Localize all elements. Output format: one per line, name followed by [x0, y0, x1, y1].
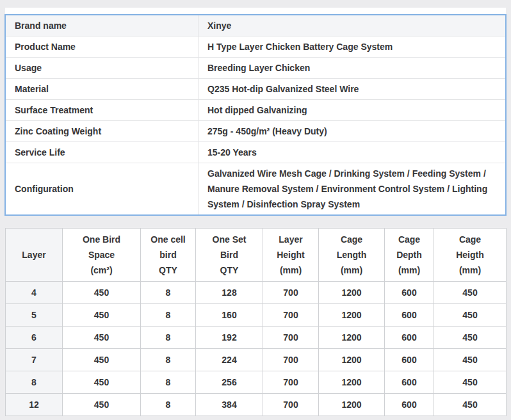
size-cell: 1200	[319, 327, 385, 349]
size-cell: 450	[63, 304, 141, 327]
size-cell: 700	[263, 304, 319, 327]
size-cell: 450	[63, 327, 141, 349]
size-header-cell: Layer Height (mm)	[263, 229, 319, 282]
size-cell: 8	[141, 327, 196, 349]
table-row: 12 450 8 384 700 1200 600 450	[6, 394, 507, 416]
product-spec-table: Brand name Xinye Product Name H Type Lay…	[4, 14, 507, 216]
size-cell: 600	[385, 282, 434, 304]
size-cell: 128	[196, 282, 263, 304]
size-header-row: Layer One Bird Space (cm²) One cell bird…	[6, 229, 507, 282]
size-header-cell: One Set Bird QTY	[196, 229, 263, 282]
size-cell: 1200	[319, 349, 385, 371]
size-cell: 8	[141, 304, 196, 327]
spec-label: Usage	[5, 58, 199, 79]
size-cell: 450	[434, 349, 507, 371]
size-header-cell: Layer	[6, 229, 63, 282]
spec-label: Service Life	[5, 142, 199, 163]
size-cell: 600	[385, 394, 434, 416]
spec-label: Product Name	[5, 36, 199, 58]
size-cell: 256	[196, 371, 263, 394]
size-header-cell: One Bird Space (cm²)	[63, 229, 141, 282]
size-cell: 5	[6, 304, 63, 327]
spec-value: 275g - 450g/m² (Heavy Duty)	[199, 121, 507, 142]
size-cell: 4	[6, 282, 63, 304]
size-cell: 450	[434, 371, 507, 394]
size-cell: 450	[63, 349, 141, 371]
spec-value: Hot dipped Galvanizing	[199, 100, 507, 121]
table-row: Material Q235 Hot-dip Galvanized Steel W…	[5, 79, 506, 100]
size-cell: 450	[63, 282, 141, 304]
size-cell: 1200	[319, 282, 385, 304]
size-header-cell: Cage Heigth (mm)	[434, 229, 507, 282]
size-cell: 700	[263, 394, 319, 416]
size-cell: 7	[6, 349, 63, 371]
spec-value: Galvanized Wire Mesh Cage / Drinking Sys…	[199, 163, 507, 216]
spec-value: 15-20 Years	[199, 142, 507, 163]
size-cell: 12	[6, 394, 63, 416]
spec-label: Material	[5, 79, 199, 100]
spec-value: Breeding Layer Chicken	[199, 58, 507, 79]
size-cell: 8	[141, 371, 196, 394]
spec-label: Zinc Coating Weight	[5, 121, 199, 142]
size-cell: 224	[196, 349, 263, 371]
size-cell: 8	[141, 282, 196, 304]
table-row: 4 450 8 128 700 1200 600 450	[6, 282, 507, 304]
size-header-cell: Cage Depth (mm)	[385, 229, 434, 282]
size-cell: 700	[263, 282, 319, 304]
size-cell: 450	[434, 394, 507, 416]
size-cell: 160	[196, 304, 263, 327]
size-header-cell: One cell bird QTY	[141, 229, 196, 282]
table-row: Brand name Xinye	[5, 15, 506, 36]
size-cell: 600	[385, 349, 434, 371]
size-cell: 450	[63, 371, 141, 394]
spec-value: H Type Layer Chicken Battery Cage System	[199, 36, 507, 58]
spec-label: Configuration	[5, 163, 199, 216]
table-row: 5 450 8 160 700 1200 600 450	[6, 304, 507, 327]
table-row: Surface Treatment Hot dipped Galvanizing	[5, 100, 506, 121]
spec-label: Brand name	[5, 15, 199, 36]
spec-label: Surface Treatment	[5, 100, 199, 121]
size-cell: 1200	[319, 394, 385, 416]
table-row: 6 450 8 192 700 1200 600 450	[6, 327, 507, 349]
size-header-cell: Cage Length (mm)	[319, 229, 385, 282]
size-cell: 6	[6, 327, 63, 349]
content-panel-edge	[5, 8, 506, 14]
size-cell: 600	[385, 327, 434, 349]
size-cell: 450	[434, 282, 507, 304]
table-row: Service Life 15-20 Years	[5, 142, 506, 163]
spec-value: Xinye	[199, 15, 507, 36]
table-row: 7 450 8 224 700 1200 600 450	[6, 349, 507, 371]
size-cell: 450	[434, 304, 507, 327]
size-cell: 450	[434, 327, 507, 349]
size-cell: 700	[263, 349, 319, 371]
size-spec-table: Layer One Bird Space (cm²) One cell bird…	[5, 228, 507, 416]
table-row: Zinc Coating Weight 275g - 450g/m² (Heav…	[5, 121, 506, 142]
size-cell: 450	[63, 394, 141, 416]
size-cell: 8	[141, 349, 196, 371]
size-cell: 1200	[319, 371, 385, 394]
size-cell: 1200	[319, 304, 385, 327]
spec-value: Q235 Hot-dip Galvanized Steel Wire	[199, 79, 507, 100]
table-row: Usage Breeding Layer Chicken	[5, 58, 506, 79]
size-cell: 700	[263, 371, 319, 394]
table-row: 8 450 8 256 700 1200 600 450	[6, 371, 507, 394]
size-cell: 384	[196, 394, 263, 416]
table-row: Configuration Galvanized Wire Mesh Cage …	[5, 163, 506, 216]
size-cell: 600	[385, 371, 434, 394]
size-cell: 8	[141, 394, 196, 416]
table-row: Product Name H Type Layer Chicken Batter…	[5, 36, 506, 58]
size-cell: 8	[6, 371, 63, 394]
size-cell: 192	[196, 327, 263, 349]
size-cell: 600	[385, 304, 434, 327]
size-cell: 700	[263, 327, 319, 349]
